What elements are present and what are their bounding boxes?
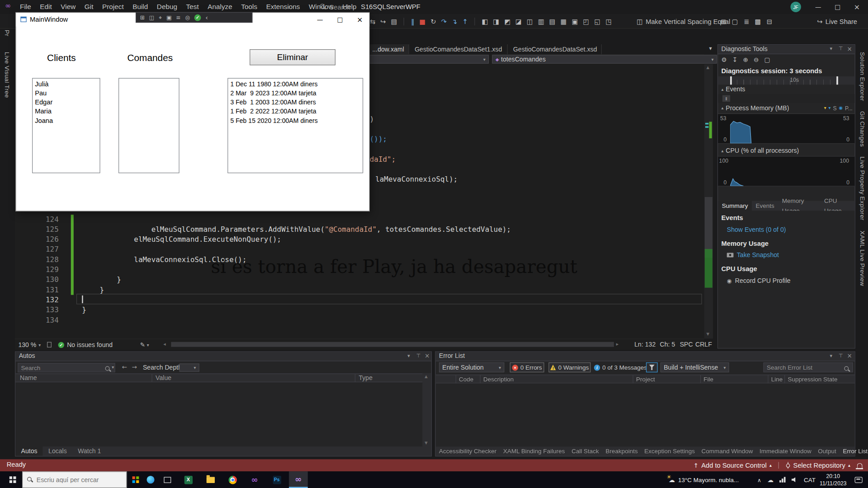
app-minimize-button[interactable]: — [311,13,329,27]
scroll-down-icon[interactable]: ▼ [425,441,428,446]
diagnostics-toolbar-icon[interactable]: ▢ [764,56,770,63]
task-view-button[interactable] [160,471,175,488]
window-maximize-button[interactable]: □ [829,0,846,14]
list-item[interactable]: Pau [33,89,99,98]
taskbar-photoshop-app[interactable]: Ps [269,471,284,488]
scroll-left-icon[interactable]: ◂ [163,342,166,347]
alignment-icon[interactable]: ◩ [504,18,510,25]
close-icon[interactable]: × [847,352,852,360]
take-snapshot-link[interactable]: Take Snapshot [737,252,779,258]
sidebar-tab[interactable]: Solution Explorer [859,52,866,101]
alignment-icon[interactable]: ◰ [583,18,590,25]
dates-listbox[interactable]: 1 Dec 11 1980 12:00AM diners2 Mar 9 2023… [227,78,363,174]
column-header-line[interactable]: Line [771,375,783,382]
error-list-title-bar[interactable]: Error List ▾ ⊤ × [436,352,855,361]
eliminar-button[interactable]: Eliminar [250,49,335,66]
alignment-icon[interactable]: ◧ [481,18,488,25]
list-item[interactable]: 3 Feb 1 2003 12:00AM diners [228,98,363,107]
autos-search-input[interactable] [18,363,115,372]
action-center-button[interactable] [851,471,866,488]
xaml-toolbar-icon[interactable]: ◎ [185,14,190,20]
bottom-panel-tab[interactable]: Call Stack [568,446,602,456]
events-section-header[interactable]: ▴ Events [722,86,745,93]
volume-icon[interactable] [792,477,797,482]
search-icon[interactable] [105,366,111,372]
app-close-button[interactable]: × [351,13,368,27]
sidebar-tab[interactable]: Live Property Explorer [859,157,866,221]
window-menu-icon[interactable]: ▾ [830,46,833,52]
diagnostics-title-bar[interactable]: Diagnostic Tools ▾ ⊤ × [718,45,854,54]
bottom-panel-tab[interactable]: XAML Binding Failures [500,446,568,456]
pin-icon[interactable]: ⊤ [839,46,843,52]
toolbar-icon[interactable]: ⊞ [721,18,726,25]
column-header-description[interactable]: Description [483,375,514,382]
column-header-code[interactable]: Code [459,375,473,382]
list-item[interactable]: Maria [33,107,99,116]
tab-dataset1-xsd[interactable]: GestioComandesDataSet1.xsd [409,44,508,54]
scroll-up-icon[interactable]: ▲ [425,375,428,379]
taskbar-ms-app[interactable] [128,471,143,488]
xaml-toolbar-icon[interactable]: ≡ [176,14,180,20]
forward-arrow-icon[interactable]: → [132,363,137,371]
add-to-source-control-button[interactable]: ↑ Add to Source Control ▴ [693,461,772,469]
issues-indicator[interactable]: ✓ No issues found [58,339,113,350]
source-dropdown[interactable]: Build + IntelliSense ▾ [660,362,729,372]
clients-listbox[interactable]: JuliàPauEdgarMariaJoana [32,78,100,174]
alignment-icon[interactable]: ◨ [493,18,499,25]
collapse-toolbar-icon[interactable]: ‹ [205,14,208,21]
debug-icon[interactable]: ↻ [430,18,436,25]
tab-list-dropdown-icon[interactable]: ▾ [709,45,712,51]
list-item[interactable]: Julià [33,80,99,89]
notifications-bell-icon[interactable] [857,463,863,468]
column-header-file[interactable]: File [703,375,713,382]
toolbar-icon[interactable]: ▢ [732,18,738,25]
list-item[interactable]: 2 Mar 9 2023 12:00AM tarjeta [228,89,363,98]
debug-icon[interactable]: ↴ [452,18,457,25]
autos-grid-body[interactable] [15,382,422,447]
tab-dataset-xsd[interactable]: GestioComandesDataSet.xsd [508,44,602,54]
document-health-icon[interactable] [47,342,52,347]
scroll-up-icon[interactable]: ▲ [706,65,709,70]
bottom-panel-tab[interactable]: Error List ... [840,446,868,456]
toolbar-icon[interactable]: ▤ [391,18,397,25]
xaml-toolbar-icon[interactable]: ◫ [149,14,155,20]
toolbar-icon[interactable]: ⊟ [767,18,772,25]
taskbar-search[interactable] [22,471,127,488]
avatar[interactable]: JF [791,2,801,12]
errors-toggle[interactable]: × 0 Errors [510,362,544,372]
taskbar-search-input[interactable] [37,476,120,483]
debug-icon[interactable]: ■ [420,18,426,25]
diagnostics-toolbar-icon[interactable]: ⊖ [754,56,759,63]
editor-vertical-scrollbar[interactable]: ▲ ▼ [704,64,713,338]
taskbar-chrome-app[interactable] [225,471,240,488]
sidebar-tab-partial[interactable]: Pr [4,30,11,41]
list-item[interactable]: 1 Feb 2 2022 12:00AM tarjeta [228,107,363,116]
bottom-panel-tab[interactable]: Output [815,446,840,456]
back-arrow-icon[interactable]: ← [122,363,127,371]
column-header-suppression[interactable]: Suppression State [788,375,837,382]
code-cleanup-button[interactable]: ✎ ▾ [140,339,149,350]
sidebar-tab[interactable]: XAML Live Preview [859,230,866,286]
list-item[interactable]: 1 Dec 11 1980 12:00AM diners [228,80,363,89]
bottom-panel-tab[interactable]: Immediate Window [756,446,815,456]
search-icon[interactable] [844,366,850,372]
tab-events[interactable]: Events [752,201,778,211]
toolbar-icon[interactable]: ≣ [744,18,749,25]
weather-widget[interactable]: ☀ ☁ 13°C Mayorm. nubla... [666,471,739,488]
search-depth-dropdown[interactable]: ▾ [179,363,199,371]
diagnostics-toolbar-icon[interactable]: ⊕ [743,56,748,63]
close-icon[interactable]: × [847,45,852,52]
xaml-toolbar-icon[interactable]: ⊞ [140,14,145,20]
comandes-listbox[interactable] [118,78,179,174]
window-menu-icon[interactable]: ▾ [407,353,410,358]
autos-scrollbar[interactable]: ▲ ▼ [422,374,431,448]
horizontal-scrollbar-thumb[interactable] [171,342,614,347]
toolbar-icon[interactable]: ⇆ [370,18,375,25]
autos-title-bar[interactable]: Autos ▾ ⊤ × [15,352,431,361]
cpu-section-header[interactable]: ▴ CPU (% of all processors) [722,147,799,154]
pin-icon[interactable]: ⊤ [416,353,421,358]
error-list-search-input[interactable] [764,362,853,372]
show-events-link[interactable]: Show Events (0 of 0) [718,222,854,233]
window-menu-icon[interactable]: ▾ [830,353,833,358]
alignment-icon[interactable]: ▦ [561,18,567,25]
